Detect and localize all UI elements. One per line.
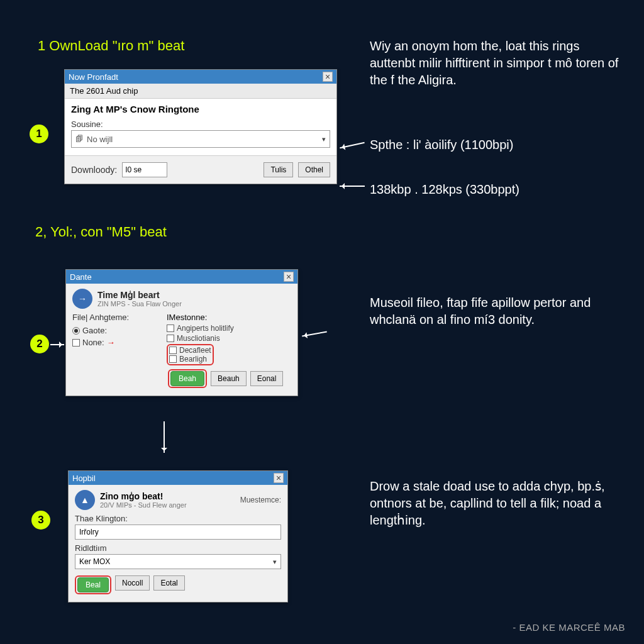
dialog1-subtitle: The 2601 Aud chip (65, 84, 336, 99)
dialog3-header-title: Zino mģo beat! (100, 491, 187, 501)
close-icon[interactable]: × (274, 473, 284, 483)
imestonne-label: IMestonne: (167, 313, 291, 322)
pointer-arrow-icon (340, 186, 365, 187)
ridldtim-label: Ridldtiım (75, 543, 281, 553)
ridldtim-combobox[interactable]: Ker MOX ▾ (75, 554, 281, 569)
beah-button[interactable]: Beah (170, 371, 204, 386)
desc-step1: Wiy an onoym hom the, loat this rings au… (370, 38, 621, 89)
red-highlight-button: Beal (75, 575, 111, 594)
close-icon[interactable]: × (323, 72, 333, 82)
desc-step3: Drow a stale doad use to adda chyp, bp.ṡ… (370, 478, 621, 529)
desc-step1-spec-b: 138kbp . 128kps (330bppt) (370, 181, 621, 198)
step-2-heading: 2, Yol:, con "M5" beat (35, 224, 167, 240)
dialog-file-options: Dante × → Time Mģl beart ZIN MPS - Sua F… (65, 269, 298, 396)
eotal-button[interactable]: Eotal (153, 575, 184, 591)
file-anhgteme-label: File| Anhgteme: (72, 313, 148, 322)
dialog1-title: Now Pronfadt (69, 72, 118, 82)
ridldtim-value: Ker MOX (79, 557, 110, 566)
chevron-down-icon: ▾ (273, 558, 277, 566)
gaote-radio[interactable] (72, 327, 80, 335)
dialog3-title: Hopbil (72, 474, 96, 483)
opt1-label: Angiperts holitlify (177, 324, 234, 333)
klington-label: Thae Klington: (75, 514, 281, 523)
source-value: No wijll (87, 135, 113, 144)
dialog2-header-title: Time Mģl beart (97, 290, 182, 300)
pointer-arrow-icon (50, 344, 64, 345)
pointer-arrow-icon (340, 142, 365, 148)
none-label: None: (82, 338, 104, 347)
dialog2-header-subtitle: ZIN MPS - Sua Flaw Onger (97, 300, 182, 308)
red-highlight-box: Decafleet Bearligh (167, 344, 214, 365)
desc-step1-spec-a: Spthe : li' àoilify (1100bpi) (370, 136, 621, 153)
opt1-checkbox[interactable] (167, 325, 174, 332)
red-highlight-button: Beah (168, 369, 207, 388)
beauh-button[interactable]: Beauh (211, 371, 247, 386)
tulis-button[interactable]: Tulis (264, 162, 293, 177)
nocoll-button[interactable]: Nocoll (115, 575, 150, 591)
klington-input[interactable] (75, 525, 281, 540)
desc-step2: Museoil fileo, ftap fife apillow pertor … (370, 294, 621, 328)
eonal-button[interactable]: Eonal (250, 371, 284, 386)
footer-credit: - EAD KE MARCEÊ MAB (513, 622, 625, 633)
close-icon[interactable]: × (284, 272, 294, 282)
step-badge-3: 3 (31, 511, 50, 530)
down-arrow-icon (164, 421, 165, 453)
source-label: Sousine: (71, 119, 330, 129)
muestemce-label: Muestemce: (240, 496, 281, 504)
opt2-checkbox[interactable] (167, 335, 174, 342)
download-label: Downloody: (71, 165, 117, 175)
opt4-label: Bearligh (179, 355, 207, 364)
opt3-checkbox[interactable] (169, 347, 177, 354)
dialog1-main-title: Zing At MP's Cnow Ringtone (71, 104, 330, 114)
calendar-icon: 🗐 (75, 135, 83, 143)
pointer-arrow-icon (302, 331, 327, 337)
othel-button[interactable]: Othel (298, 162, 330, 177)
source-combobox[interactable]: 🗐 No wijll ▾ (71, 130, 330, 148)
dialog2-titlebar[interactable]: Dante × (66, 270, 297, 284)
red-arrow-icon: → (107, 338, 115, 347)
dialog2-title: Dante (70, 272, 92, 282)
dialog1-titlebar[interactable]: Now Pronfadt × (65, 70, 336, 84)
opt3-label: Decafleet (179, 346, 211, 355)
step-1-heading: 1 OwnLoad "ıro m" beat (38, 38, 184, 54)
dialog-save-ringtone: Hopbil × ▲ Zino mģo beat! 20/V MIPs - Su… (68, 470, 288, 602)
dialog-download-ringtone: Now Pronfadt × The 2601 Aud chip Zing At… (64, 69, 337, 184)
opt4-checkbox[interactable] (169, 355, 177, 363)
dialog3-header-subtitle: 20/V MIPs - Sud Flew anger (100, 501, 187, 509)
avatar-icon: ▲ (75, 490, 95, 510)
download-input[interactable] (122, 162, 167, 177)
beal-button[interactable]: Beal (77, 577, 109, 592)
step-badge-2: 2 (30, 335, 49, 353)
dialog3-titlebar[interactable]: Hopbil × (69, 471, 287, 485)
opt2-label: Muscliotianis (177, 334, 220, 343)
none-checkbox[interactable] (72, 339, 80, 347)
chevron-down-icon: ▾ (322, 135, 326, 143)
gaote-label: Gaote: (82, 326, 107, 335)
step-badge-1: 1 (30, 125, 48, 143)
avatar-icon: → (72, 289, 92, 309)
